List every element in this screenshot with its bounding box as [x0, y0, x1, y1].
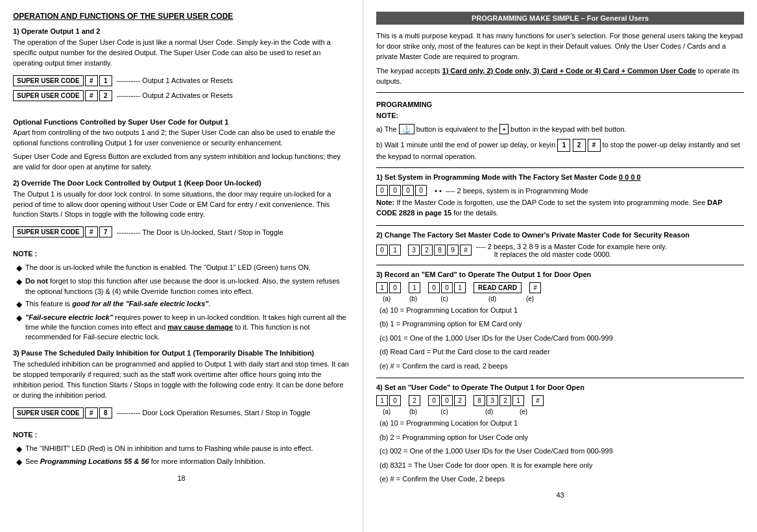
s3-a1: 1	[376, 282, 388, 293]
s1-box-0d: 0	[415, 185, 427, 196]
note-a: a) The ⚓ button is equivalent to the • b…	[376, 125, 744, 135]
s3-desc-e: (e) # = Confirm the card is read, 2 beep…	[379, 361, 744, 372]
nb-code-hash: #	[588, 139, 601, 152]
s4-a1: 1	[376, 395, 388, 406]
left-page-number: 18	[13, 474, 350, 482]
right-header: PROGRAMMING MAKE SIMPLE – For General Us…	[376, 12, 744, 25]
right-column: PROGRAMMING MAKE SIMPLE – For General Us…	[363, 0, 757, 532]
section2-body: The Output 1 is usually for door lock co…	[13, 189, 350, 221]
step3-code-row: 1 0 1 0 0 1 READ CARD #	[376, 282, 744, 293]
step2-code-row: 0 1 3 2 8 9 # ---- 2 beeps, 3 2 8 9 is a…	[376, 243, 744, 258]
intro2: The keypad accepts 1) Card only, 2) Code…	[376, 66, 744, 87]
s3-desc-a: (a) 10 = Programming Location for Output…	[379, 305, 744, 316]
note2-bullets: ◆ The “INHIBIT” LED (Red) is ON in inhib…	[16, 444, 350, 468]
nb-code-2: 2	[573, 139, 586, 152]
s2-box-3: 3	[408, 245, 420, 256]
section-1: 1) Operate Output 1 and 2 The operation …	[13, 27, 350, 69]
s4-c1: 0	[428, 395, 440, 406]
programming-title: PROGRAMMING	[376, 101, 744, 108]
s4-desc-e: (e) # = Confirm the User Code, 2 beeps	[379, 474, 744, 485]
step1-section: 1) Set System in Programming Mode with T…	[376, 173, 744, 219]
step4-heading: 4) Set an "User Code" to Operate The Out…	[376, 383, 744, 391]
s4-c3: 2	[454, 395, 466, 406]
s3-c3: 1	[454, 282, 466, 293]
note1-bullets: ◆ The door is un-locked while the functi…	[16, 263, 350, 343]
hash-key-4: #	[85, 407, 98, 418]
step2-section: 2) Change The Factory Set Master Code to…	[376, 231, 744, 258]
section2-heading: 2) Override The Door Lock Controlled by …	[13, 179, 350, 187]
s4-c2: 0	[441, 395, 453, 406]
note-b: b) Wait 1 minute until the end of power …	[376, 139, 744, 162]
key-1: 1	[99, 75, 112, 86]
step3-section: 3) Record an "EM Card" to Operate The Ou…	[376, 271, 744, 372]
hash-key-3: #	[85, 226, 98, 237]
code-label-2: ---------- Output 2 Activates or Resets	[117, 91, 233, 99]
section3-body: The scheduled inhibition can be programm…	[13, 359, 350, 401]
divider-5	[376, 378, 744, 378]
step1-heading: 1) Set System in Programming Mode with T…	[376, 173, 744, 181]
optional-body1: Apart from controlling of the two output…	[13, 128, 350, 149]
s1-sep: • •	[431, 187, 442, 195]
right-page-number: 43	[376, 491, 744, 499]
s4-a2: 0	[389, 395, 401, 406]
note1-section: NOTE : ◆ The door is un-locked while the…	[13, 249, 350, 342]
step2-heading: 2) Change The Factory Set Master Code to…	[376, 231, 744, 239]
s4-b1: 2	[409, 395, 420, 406]
s4-desc-b: (b) 2 = Programming option for User Code…	[379, 432, 744, 443]
step1-code-row: 0 0 0 0 • • ---- 2 beeps, system is in P…	[376, 185, 744, 196]
left-column: OPERATION AND FUNCTIONS OF THE SUPER USE…	[0, 0, 363, 532]
step4-descriptions: (a) 10 = Programming Location for Output…	[376, 418, 744, 485]
note2-label: NOTE :	[13, 431, 37, 439]
divider-4	[376, 265, 744, 265]
s1-box-0c: 0	[402, 185, 414, 196]
step4-section: 4) Set an "User Code" to Operate The Out…	[376, 383, 744, 485]
step3-heading: 3) Record an "EM Card" to Operate The Ou…	[376, 271, 744, 278]
s2-box-0: 0	[376, 245, 388, 256]
s1-desc: ---- 2 beeps, system is in Programming M…	[446, 187, 588, 195]
s3-b1: 1	[409, 282, 420, 293]
left-title: OPERATION AND FUNCTIONS OF THE SUPER USE…	[13, 12, 350, 21]
step4-code-row: 1 0 2 0 0 2 8 3 2 1 #	[376, 395, 744, 406]
step4-sub-labels: (a) (b) (c) (d) (e)	[378, 408, 744, 415]
code-row-output2: SUPER USER CODE # 2 ---------- Output 2 …	[13, 90, 350, 101]
bullet-2: ◆ Do not forget to stop this function af…	[16, 276, 350, 296]
super-user-label-4: SUPER USER CODE	[13, 407, 84, 418]
divider-2	[376, 167, 744, 168]
bullet-1: ◆ The door is un-locked while the functi…	[16, 263, 350, 274]
note2-bullet-2: ◆ See Programming Locations 55 & 56 for …	[16, 457, 350, 468]
nb-code-1: 1	[557, 139, 570, 152]
s2-box-hash: #	[460, 245, 472, 256]
s4-d2: 3	[487, 395, 498, 406]
s3-a2: 0	[389, 282, 401, 293]
s4-d4: 1	[512, 395, 524, 406]
bullet-3: ◆ This feature is good for all the "Fail…	[16, 299, 350, 310]
s4-e1: #	[532, 395, 544, 406]
section3-heading: 3) Pause The Scheduled Daily Inhibition …	[13, 349, 350, 357]
note2-bullet-1: ◆ The “INHIBIT” LED (Red) is ON in inhib…	[16, 444, 350, 455]
bullet-4: ◆ "Fail-secure electric lock" requires p…	[16, 313, 350, 343]
section2: 2) Override The Door Lock Controlled by …	[13, 179, 350, 221]
step3-descriptions: (a) 10 = Programming Location for Output…	[376, 305, 744, 372]
divider-1	[376, 92, 744, 93]
code-label-4: ---------- Door Lock Operation Resumes, …	[117, 409, 311, 417]
s2-box-2: 2	[421, 245, 433, 256]
hash-key-2: #	[85, 90, 98, 101]
s3-desc-c: (c) 001 = One of the 1,000 User IDs for …	[379, 333, 744, 344]
super-user-label-1: SUPER USER CODE	[13, 75, 84, 86]
key-8: 8	[99, 407, 112, 418]
section3: 3) Pause The Scheduled Daily Inhibition …	[13, 349, 350, 401]
s3-desc-b: (b) 1 = Programming option for EM Card o…	[379, 319, 744, 330]
s3-desc-d: (d) Read Card = Put the Card close to th…	[379, 346, 744, 357]
s4-d1: 8	[474, 395, 485, 406]
s2-box-9: 9	[447, 245, 459, 256]
optional-body2: Super User Code and Egress Button are ex…	[13, 152, 350, 173]
optional-section: Optional Functions Controlled by Super U…	[13, 118, 350, 173]
s2-box-1: 1	[389, 245, 401, 256]
s3-read-card: READ CARD	[474, 282, 522, 293]
code-label-1: ---------- Output 1 Activates or Resets	[117, 77, 233, 84]
code-row-inhibit: SUPER USER CODE # 8 ---------- Door Lock…	[13, 407, 350, 418]
key-2: 2	[99, 90, 112, 101]
code-row-toggle: SUPER USER CODE # 7 ---------- The Door …	[13, 226, 350, 237]
divider-3	[376, 225, 744, 226]
s2-desc: ---- 2 beeps, 3 2 8 9 is a Master Code f…	[476, 243, 667, 258]
